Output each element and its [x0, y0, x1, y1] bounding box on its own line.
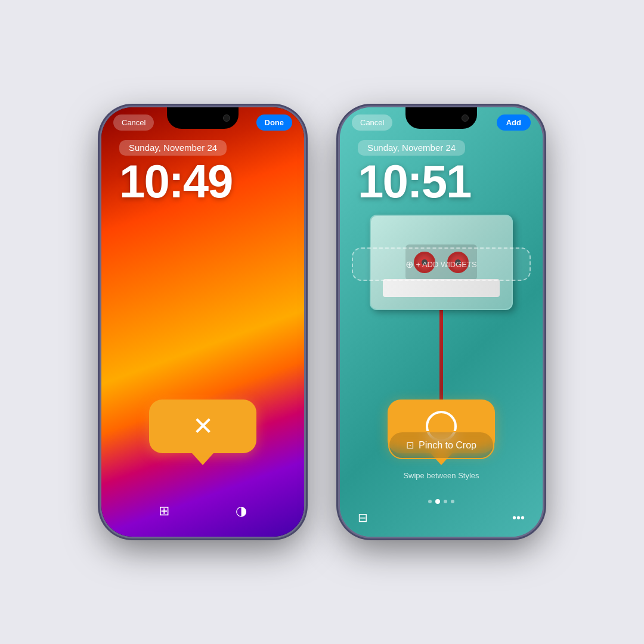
- cancel-button[interactable]: Cancel: [113, 114, 154, 131]
- date-text-2: Sunday, November 24: [367, 143, 456, 153]
- phone-2: Cancel Add Sunday, November 24 10:51 ⊕ +…: [340, 107, 543, 537]
- close-icon: ✕: [193, 414, 213, 439]
- add-plus-icon: ⊕: [405, 259, 413, 270]
- crop-icon: ⊡: [406, 439, 414, 451]
- cancel-button-2[interactable]: Cancel: [352, 114, 392, 131]
- date-text: Sunday, November 24: [129, 143, 217, 153]
- more-options-icon[interactable]: •••: [512, 511, 525, 525]
- appearance-icon[interactable]: ◑: [236, 503, 247, 519]
- page-dots: [428, 499, 454, 504]
- dot-4: [451, 500, 454, 503]
- photos-icon[interactable]: ⊟: [358, 510, 368, 525]
- time-display-2: 10:51: [358, 158, 471, 205]
- date-time-area: Sunday, November 24 10:49: [101, 140, 304, 205]
- time-display: 10:49: [119, 158, 233, 205]
- layers-icon[interactable]: ⊞: [159, 503, 169, 519]
- dot-3: [444, 500, 447, 503]
- widgets-area[interactable]: ⊕ + ADD WIDGETS: [352, 247, 531, 281]
- dot-2-active: [435, 499, 440, 504]
- add-button[interactable]: Add: [497, 114, 531, 131]
- top-bar-2: Cancel Add: [340, 114, 543, 131]
- widget-placeholder[interactable]: ⊕ + ADD WIDGETS: [352, 247, 531, 281]
- dot-1: [428, 500, 432, 503]
- bottom-icons-bar: ⊞ ◑: [101, 503, 304, 519]
- swipe-label: Swipe between Styles: [340, 471, 543, 480]
- cassette-label: [383, 279, 500, 297]
- bottom-toolbar: ⊟ •••: [340, 510, 543, 525]
- bubble-body: ✕: [149, 400, 256, 453]
- phone-1: Cancel Done Sunday, November 24 10:49 ✕ …: [101, 107, 304, 537]
- dismiss-bubble[interactable]: ✕: [149, 400, 256, 465]
- add-widgets-label: + ADD WIDGETS: [416, 260, 476, 269]
- pinch-to-crop-button[interactable]: ⊡ Pinch to Crop: [388, 431, 494, 459]
- bubble-tail: [192, 453, 213, 465]
- pinch-label: Pinch to Crop: [419, 440, 476, 451]
- date-pill: Sunday, November 24: [119, 140, 227, 156]
- done-button[interactable]: Done: [256, 114, 293, 131]
- date-pill-2: Sunday, November 24: [358, 140, 465, 156]
- top-bar: Cancel Done: [101, 114, 304, 131]
- date-time-area-2: Sunday, November 24 10:51: [340, 140, 543, 205]
